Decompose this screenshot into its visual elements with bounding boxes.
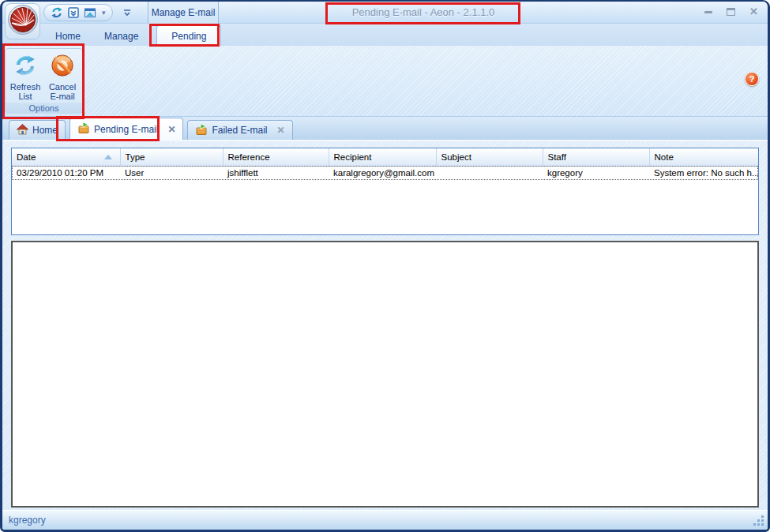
sort-ascending-icon	[104, 155, 112, 159]
doc-tab-failed-email-label: Failed E-mail	[212, 125, 267, 136]
column-header-staff[interactable]: Staff	[543, 148, 649, 166]
doc-tab-pending-email[interactable]: Pending E-mail ✕	[69, 118, 183, 140]
doc-tab-home-label: Home	[32, 125, 58, 136]
cell-staff: kgregory	[543, 166, 649, 180]
boxed-chevron-icon[interactable]	[67, 6, 80, 19]
cell-reference: jshifflett	[223, 166, 329, 180]
ribbon-tab-manage-label: Manage	[104, 31, 138, 42]
ribbon-group-buttons: Refresh List	[6, 49, 82, 102]
content-area: Date Type Reference Recipient Subject St…	[2, 141, 768, 510]
doc-tab-pending-email-label: Pending E-mail	[94, 124, 158, 135]
ribbon-tab-pending[interactable]: Pending	[156, 25, 221, 46]
column-header-reference[interactable]: Reference	[223, 148, 329, 166]
email-detail-panel[interactable]	[11, 241, 759, 508]
cell-recipient: karalgregory@gmail.com	[329, 166, 436, 180]
cancel-email-icon	[51, 54, 74, 80]
column-header-recipient-label: Recipient	[334, 152, 372, 162]
cancel-email-label: Cancel E-mail	[45, 82, 81, 102]
mail-folder-icon	[195, 123, 208, 138]
maximize-icon[interactable]	[727, 8, 735, 16]
ribbon-tab-pending-label: Pending	[171, 31, 206, 42]
window-controls: ✕	[704, 8, 758, 16]
app-window: ▾ Manage E-mail Pending E-mail - Aeon - …	[0, 0, 770, 532]
column-header-subject[interactable]: Subject	[436, 148, 543, 166]
qat-customize-icon[interactable]	[121, 6, 133, 19]
help-button[interactable]: ?	[745, 72, 759, 86]
ribbon-tab-manage[interactable]: Manage	[92, 26, 150, 46]
refresh-icon[interactable]	[51, 6, 63, 19]
contextual-tab-group-label: Manage E-mail	[148, 2, 219, 24]
status-username: kgregory	[9, 515, 46, 526]
document-tab-bar: Home Pending E-mail ✕	[2, 117, 768, 141]
ribbon-tab-home[interactable]: Home	[43, 26, 92, 46]
cancel-email-button[interactable]: Cancel E-mail	[45, 52, 81, 102]
ribbon-tab-home-label: Home	[55, 31, 81, 42]
doc-tab-pending-close-icon[interactable]: ✕	[167, 124, 175, 135]
column-header-recipient[interactable]: Recipient	[329, 148, 436, 166]
quick-access-toolbar: ▾	[43, 4, 113, 21]
resize-grip-icon[interactable]	[753, 515, 764, 526]
column-header-date-label: Date	[17, 152, 36, 162]
column-header-reference-label: Reference	[228, 152, 270, 162]
cell-note: System error: No such h...	[649, 166, 758, 180]
window-title: Pending E-mail - Aeon - 2.1.1.0	[328, 6, 519, 18]
doc-tab-failed-close-icon[interactable]: ✕	[276, 125, 284, 136]
doc-tab-failed-email[interactable]: Failed E-mail ✕	[187, 120, 292, 140]
home-icon	[17, 123, 28, 137]
cell-date: 03/29/2010 01:20 PM	[12, 166, 120, 180]
ribbon-tab-row: Home Manage Pending	[2, 24, 768, 46]
status-bar: kgregory	[2, 510, 768, 530]
ribbon-body: Refresh List	[2, 46, 768, 117]
column-header-type-label: Type	[126, 152, 145, 162]
column-header-subject-label: Subject	[441, 152, 471, 162]
aeon-logo-icon	[7, 4, 39, 39]
doc-tab-home[interactable]: Home	[9, 120, 66, 140]
refresh-list-icon	[13, 54, 37, 80]
column-header-note[interactable]: Note	[649, 148, 758, 166]
cell-subject	[436, 166, 543, 180]
help-icon: ?	[749, 74, 755, 84]
cell-type: User	[120, 166, 223, 180]
window-view-dropdown-icon[interactable]: ▾	[102, 9, 106, 17]
refresh-list-label: Refresh List	[8, 82, 43, 102]
window-view-icon[interactable]	[84, 6, 96, 19]
email-table: Date Type Reference Recipient Subject St…	[12, 148, 758, 180]
table-header-row: Date Type Reference Recipient Subject St…	[12, 148, 758, 166]
mail-folder-icon	[77, 122, 90, 137]
column-header-note-label: Note	[655, 152, 674, 162]
column-header-date[interactable]: Date	[12, 148, 120, 166]
close-icon[interactable]: ✕	[749, 8, 758, 16]
contextual-tab-group-text: Manage E-mail	[152, 7, 216, 18]
column-header-staff-label: Staff	[548, 152, 566, 162]
ribbon-group-options: Refresh List	[5, 48, 83, 114]
ribbon-group-caption: Options	[6, 102, 82, 114]
refresh-list-button[interactable]: Refresh List	[8, 52, 43, 102]
column-header-type[interactable]: Type	[120, 148, 223, 166]
minimize-icon[interactable]	[704, 11, 712, 13]
title-bar[interactable]: ▾ Manage E-mail Pending E-mail - Aeon - …	[2, 2, 768, 24]
table-row[interactable]: 03/29/2010 01:20 PM User jshifflett kara…	[12, 166, 758, 180]
application-menu-button[interactable]	[5, 3, 40, 39]
pending-email-grid: Date Type Reference Recipient Subject St…	[11, 148, 759, 235]
